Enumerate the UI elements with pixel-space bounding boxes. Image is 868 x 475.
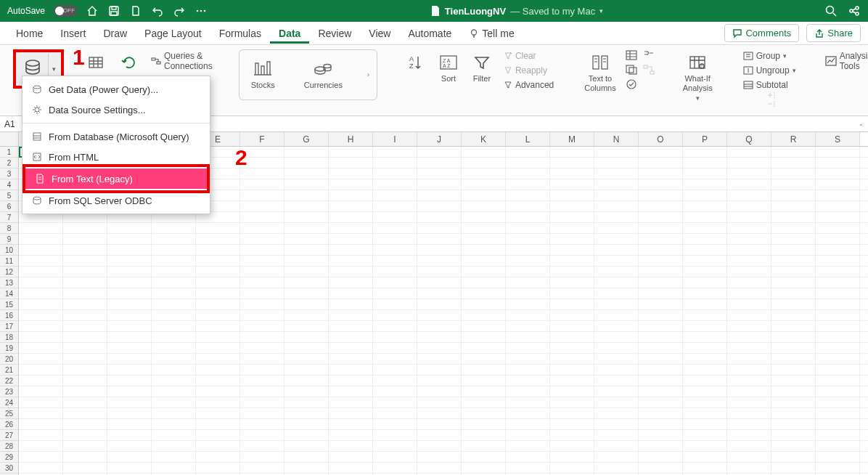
cell[interactable]	[816, 201, 860, 211]
cell[interactable]	[506, 288, 550, 299]
chevron-down-icon[interactable]: ▾	[599, 7, 603, 15]
cell[interactable]	[683, 277, 727, 288]
cell[interactable]	[462, 397, 506, 407]
cell[interactable]	[462, 375, 506, 386]
cell[interactable]	[373, 147, 417, 157]
cell[interactable]	[284, 343, 329, 353]
cell[interactable]	[284, 147, 329, 157]
tab-insert[interactable]: Insert	[52, 23, 94, 44]
cell[interactable]	[240, 408, 284, 418]
search-icon[interactable]	[824, 4, 838, 17]
cell[interactable]	[284, 190, 329, 200]
cell[interactable]	[19, 332, 63, 342]
cell[interactable]	[550, 321, 594, 331]
cell[interactable]	[417, 343, 462, 353]
cell[interactable]	[816, 463, 860, 473]
cell[interactable]	[462, 223, 506, 233]
cell[interactable]	[417, 201, 462, 211]
cell[interactable]	[771, 332, 816, 342]
row-header[interactable]: 22	[0, 375, 18, 386]
cell[interactable]	[727, 201, 771, 211]
cell[interactable]	[107, 245, 152, 255]
cell[interactable]	[63, 288, 107, 299]
cell[interactable]	[329, 147, 373, 157]
cell[interactable]	[639, 256, 683, 266]
cell[interactable]	[639, 288, 683, 299]
cell[interactable]	[152, 332, 196, 342]
cell[interactable]	[771, 190, 816, 200]
share-icon[interactable]	[848, 4, 861, 17]
cell[interactable]	[506, 365, 550, 375]
cell[interactable]	[639, 277, 683, 288]
cell[interactable]	[506, 299, 550, 309]
cell[interactable]	[639, 212, 683, 222]
cell[interactable]	[506, 169, 550, 179]
document-name[interactable]: TienLuongNV	[445, 6, 506, 17]
cell[interactable]	[506, 234, 550, 244]
cell[interactable]	[19, 299, 63, 309]
cell[interactable]	[683, 441, 727, 451]
cell[interactable]	[19, 463, 63, 473]
cell[interactable]	[196, 332, 240, 342]
cell[interactable]	[639, 190, 683, 200]
cell[interactable]	[152, 419, 196, 429]
cell[interactable]	[639, 408, 683, 418]
row-header[interactable]: 19	[0, 343, 18, 354]
cell[interactable]	[240, 365, 284, 375]
cell[interactable]	[506, 386, 550, 397]
cell[interactable]	[594, 299, 639, 309]
cell[interactable]	[373, 256, 417, 266]
cell[interactable]	[373, 310, 417, 320]
cell[interactable]	[417, 147, 462, 157]
cell[interactable]	[816, 386, 860, 397]
cell[interactable]	[639, 245, 683, 255]
cell[interactable]	[240, 288, 284, 299]
cell[interactable]	[63, 354, 107, 364]
cell[interactable]	[594, 452, 639, 462]
cell[interactable]	[639, 321, 683, 331]
cell[interactable]	[284, 179, 329, 190]
filter-button[interactable]: Filter	[467, 49, 496, 86]
cell[interactable]	[284, 321, 329, 331]
cell[interactable]	[683, 201, 727, 211]
cell[interactable]	[19, 223, 63, 233]
cell[interactable]	[284, 256, 329, 266]
cell[interactable]	[417, 223, 462, 233]
cell[interactable]	[329, 463, 373, 473]
cell[interactable]	[727, 256, 771, 266]
cell[interactable]	[19, 343, 63, 353]
cell[interactable]	[771, 365, 816, 375]
row-header[interactable]: 5	[0, 190, 18, 201]
cell[interactable]	[816, 441, 860, 451]
cell[interactable]	[373, 288, 417, 299]
row-header[interactable]: 15	[0, 299, 18, 310]
cell[interactable]	[771, 256, 816, 266]
cell[interactable]	[462, 288, 506, 299]
cell[interactable]	[63, 375, 107, 386]
row-header[interactable]: 3	[0, 169, 18, 179]
cell[interactable]	[816, 408, 860, 418]
cell[interactable]	[107, 441, 152, 451]
row-header[interactable]: 2	[0, 158, 18, 169]
share-button[interactable]: Share	[806, 24, 861, 42]
row-header[interactable]: 1	[0, 147, 18, 158]
cell[interactable]	[462, 212, 506, 222]
cell[interactable]	[373, 267, 417, 277]
tab-page-layout[interactable]: Page Layout	[136, 23, 210, 44]
cell[interactable]	[19, 245, 63, 255]
cell[interactable]	[19, 310, 63, 320]
cell[interactable]	[550, 212, 594, 222]
cell[interactable]	[550, 147, 594, 157]
cell[interactable]	[63, 441, 107, 451]
cell[interactable]	[152, 310, 196, 320]
cell[interactable]	[594, 201, 639, 211]
cell[interactable]	[771, 310, 816, 320]
cell[interactable]	[683, 386, 727, 397]
cell[interactable]	[550, 158, 594, 168]
cell[interactable]	[550, 201, 594, 211]
cell[interactable]	[329, 245, 373, 255]
cell[interactable]	[417, 332, 462, 342]
cell[interactable]	[639, 441, 683, 451]
cell[interactable]	[771, 408, 816, 418]
remove-duplicates-icon[interactable]	[625, 64, 638, 76]
